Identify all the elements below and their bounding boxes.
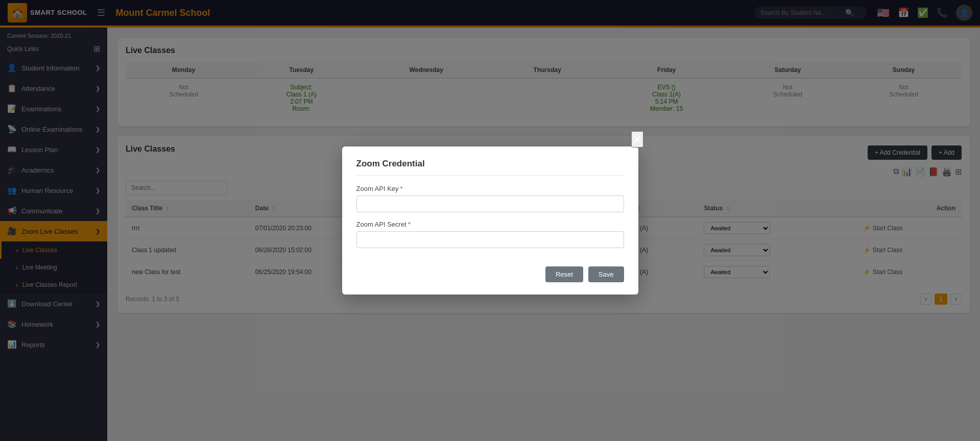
required-star: * xyxy=(400,185,403,192)
api-secret-group: Zoom API Secret* xyxy=(356,220,624,248)
required-star: * xyxy=(408,220,411,228)
modal-actions: Reset Save xyxy=(356,258,624,282)
api-key-group: Zoom API Key* xyxy=(356,185,624,212)
api-key-input[interactable] xyxy=(356,195,624,212)
api-secret-input[interactable] xyxy=(356,231,624,248)
modal-overlay[interactable]: ✕ Zoom Credential Zoom API Key* Zoom API… xyxy=(0,0,980,441)
modal-close-button[interactable]: ✕ xyxy=(631,131,643,148)
api-secret-label: Zoom API Secret* xyxy=(356,220,624,228)
save-button[interactable]: Save xyxy=(588,266,624,282)
zoom-credential-modal: ✕ Zoom Credential Zoom API Key* Zoom API… xyxy=(342,146,638,295)
modal-title: Zoom Credential xyxy=(356,159,624,176)
api-key-label: Zoom API Key* xyxy=(356,185,624,192)
reset-button[interactable]: Reset xyxy=(545,266,583,282)
